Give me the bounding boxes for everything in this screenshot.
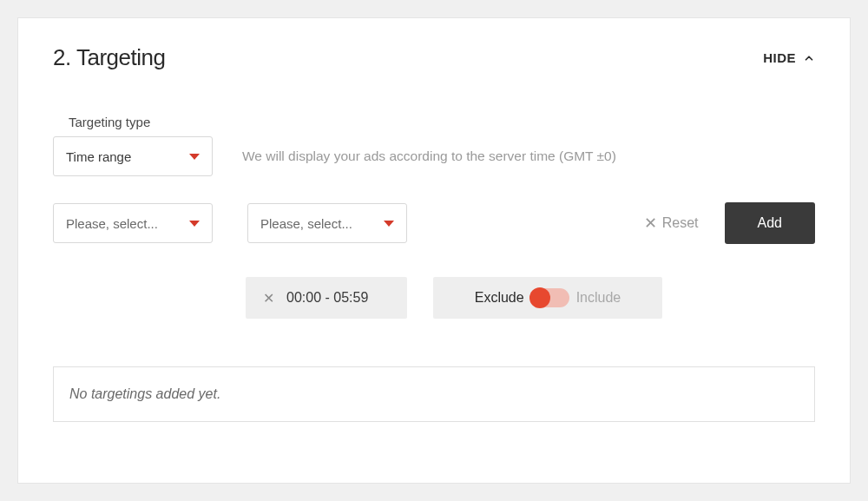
card-header: 2. Targeting HIDE (53, 44, 815, 71)
to-time-placeholder: Please, select... (260, 216, 352, 231)
to-time-select[interactable]: Please, select... (247, 203, 407, 243)
targeting-type-row: Time range We will display your ads acco… (53, 136, 815, 176)
from-time-placeholder: Please, select... (66, 216, 158, 231)
empty-state: No targetings added yet. (53, 366, 815, 422)
exclude-label: Exclude (475, 290, 524, 306)
selects-group: Please, select... Please, select... (53, 203, 407, 243)
toggle-switch[interactable] (531, 288, 569, 307)
time-range-chip: ✕ 00:00 - 05:59 (246, 277, 407, 319)
chips-row: ✕ 00:00 - 05:59 Exclude Include (246, 277, 815, 319)
exclude-include-toggle: Exclude Include (433, 277, 662, 319)
caret-down-icon (189, 154, 200, 160)
close-icon: ✕ (644, 215, 657, 231)
right-actions: ✕ Reset Add (644, 202, 815, 244)
from-time-select[interactable]: Please, select... (53, 203, 213, 243)
hide-label: HIDE (763, 50, 796, 65)
targeting-type-value: Time range (66, 149, 131, 164)
section-title: 2. Targeting (53, 44, 165, 71)
time-range-value: 00:00 - 05:59 (286, 290, 368, 306)
caret-down-icon (384, 221, 394, 227)
targeting-type-label: Targeting type (53, 115, 815, 129)
toggle-knob (529, 287, 550, 308)
add-button[interactable]: Add (725, 202, 815, 244)
reset-label: Reset (662, 215, 699, 231)
caret-down-icon (189, 221, 200, 227)
chevron-up-icon (803, 52, 815, 64)
hide-button[interactable]: HIDE (763, 50, 815, 65)
remove-chip-icon[interactable]: ✕ (263, 290, 274, 307)
targeting-card: 2. Targeting HIDE Targeting type Time ra… (17, 17, 851, 484)
reset-button[interactable]: ✕ Reset (644, 215, 699, 231)
include-label: Include (576, 290, 621, 306)
targeting-type-select[interactable]: Time range (53, 136, 213, 176)
targeting-type-hint: We will display your ads according to th… (242, 148, 616, 164)
time-select-row: Please, select... Please, select... ✕ Re… (53, 202, 815, 244)
